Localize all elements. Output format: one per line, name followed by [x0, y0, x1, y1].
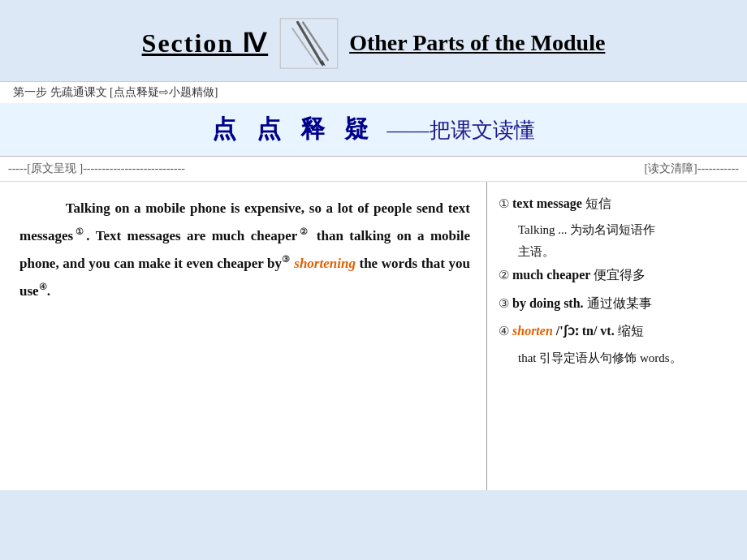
item3-en: by doing sth. [512, 296, 584, 310]
right-column: ① text message 短信 Talking ... 为动名词短语作 主语… [487, 182, 747, 490]
item2-num: ② [499, 269, 509, 282]
step-label: 第一步 先疏通课文 [点点释疑⇨小题精做] [0, 81, 747, 103]
item1-num: ① [499, 197, 509, 210]
item2-cn: 便宜得多 [594, 268, 646, 282]
right-subitem-4: that 引导定语从句修饰 words。 [499, 347, 734, 369]
item4-cn: 缩短 [618, 324, 644, 338]
title-main: 点 点 释 疑 [212, 115, 375, 142]
item2-en: much cheaper [512, 268, 590, 282]
item1-en: text message [512, 196, 582, 210]
right-subitem-1: Talking ... 为动名词短语作 主语。 [499, 219, 734, 263]
title-banner: 点 点 释 疑 ——把课文读懂 [0, 103, 747, 157]
module-title: Other Parts of the Module [349, 30, 605, 56]
right-item-3: ③ by doing sth. 通过做某事 [499, 291, 734, 316]
subitem4-line1: that 引导定语从句修饰 words。 [518, 351, 682, 364]
right-item-4: ④ shorten /'ʃɔː tn/ vt. 缩短 [499, 319, 734, 343]
subitem1-line1: Talking ... 为动名词短语作 [518, 223, 655, 236]
page-container: Section Ⅳ Other Parts of the Module 第一步 … [0, 0, 747, 560]
header: Section Ⅳ Other Parts of the Module [0, 0, 747, 80]
divider-right: [读文清障]----------- [374, 162, 747, 176]
title-sub: ——把课文读懂 [387, 118, 535, 142]
item3-cn: 通过做某事 [587, 296, 652, 310]
pen-icon [276, 15, 341, 71]
right-item-2: ② much cheaper 便宜得多 [499, 263, 734, 287]
two-column: Talking on a mobile phone is expensive, … [0, 182, 747, 490]
divider-left: -----[原文呈现 ]--------------------------- [0, 162, 374, 176]
section-title: Section Ⅳ [142, 28, 269, 58]
item4-num: ④ [499, 325, 509, 338]
item4-phonetic: /'ʃɔː tn/ vt. [556, 324, 615, 338]
item3-num: ③ [499, 297, 509, 310]
divider-row: -----[原文呈现 ]--------------------------- … [0, 157, 747, 182]
right-item-1: ① text message 短信 [499, 192, 734, 216]
item1-cn: 短信 [585, 196, 611, 210]
left-paragraph: Talking on a mobile phone is expensive, … [19, 195, 470, 305]
left-column: Talking on a mobile phone is expensive, … [0, 182, 487, 490]
item4-en-highlight: shorten [512, 324, 553, 338]
step-label-text: 第一步 先疏通课文 [点点释疑⇨小题精做] [13, 86, 218, 98]
main-content: 点 点 释 疑 ——把课文读懂 -----[原文呈现 ]------------… [0, 103, 747, 490]
subitem1-line2: 主语。 [518, 245, 555, 258]
highlight-shortening: shortening [294, 256, 356, 271]
svg-line-0 [297, 22, 322, 64]
